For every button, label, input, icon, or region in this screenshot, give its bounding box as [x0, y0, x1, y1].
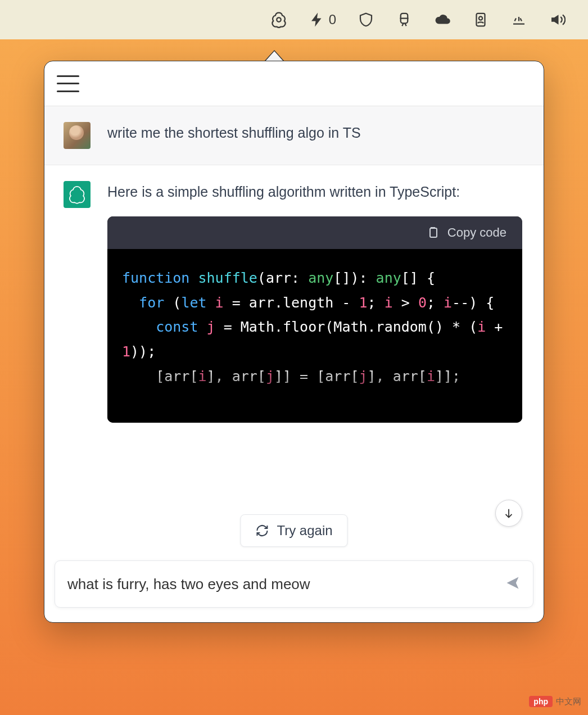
- assistant-intro-text: Here is a simple shuffling algorithm wri…: [107, 181, 522, 203]
- send-icon: [505, 575, 521, 591]
- svg-rect-4: [430, 228, 437, 237]
- rays-menubar-icon[interactable]: [510, 11, 527, 28]
- copy-code-button[interactable]: Copy code: [107, 216, 522, 249]
- id-menubar-icon[interactable]: [472, 11, 489, 28]
- openai-icon: [270, 11, 287, 28]
- cloud-icon: [434, 11, 451, 28]
- watermark-text: 中文网: [556, 696, 581, 707]
- cloud-menubar-icon[interactable]: [434, 11, 451, 28]
- chat-popover: write me the shortest shuffling algo in …: [44, 61, 544, 623]
- bolt-count: 0: [329, 12, 336, 28]
- train-menubar-icon[interactable]: [396, 11, 413, 28]
- try-again-button[interactable]: Try again: [240, 514, 347, 547]
- light-rays-icon: [510, 11, 527, 28]
- composer: [55, 560, 533, 608]
- train-icon: [396, 11, 413, 28]
- code-fade-overlay: [107, 366, 522, 423]
- watermark-badge: php: [529, 696, 553, 707]
- code-block: Copy code function shuffle(arr: any[]): …: [107, 216, 522, 423]
- assistant-message: Here is a simple shuffling algorithm wri…: [44, 165, 544, 438]
- assistant-avatar: [64, 181, 91, 208]
- shield-menubar-icon[interactable]: [358, 11, 374, 28]
- user-avatar: [64, 122, 91, 149]
- svg-point-0: [277, 17, 281, 22]
- user-message: write me the shortest shuffling algo in …: [44, 106, 544, 165]
- copy-code-label: Copy code: [447, 223, 506, 242]
- clipboard-icon: [426, 226, 440, 239]
- refresh-icon: [255, 524, 269, 537]
- svg-point-3: [479, 16, 482, 20]
- bolt-menubar-item[interactable]: 0: [309, 11, 336, 28]
- send-button[interactable]: [505, 575, 521, 593]
- openai-menubar-icon[interactable]: [270, 11, 287, 28]
- menubar: 0: [0, 0, 588, 39]
- user-message-text: write me the shortest shuffling algo in …: [107, 122, 522, 149]
- menu-button[interactable]: [57, 75, 79, 92]
- watermark: php 中文网: [529, 696, 581, 707]
- message-input[interactable]: [67, 576, 505, 593]
- arrow-down-icon: [503, 507, 515, 519]
- scroll-to-bottom-button[interactable]: [495, 500, 522, 527]
- topbar: [44, 61, 544, 106]
- shield-icon: [358, 11, 374, 28]
- volume-menubar-icon[interactable]: [549, 11, 566, 28]
- popover-caret: [264, 50, 284, 61]
- openai-icon: [67, 185, 87, 204]
- bolt-icon: [309, 11, 325, 28]
- code-content: function shuffle(arr: any[]): any[] { fo…: [107, 249, 522, 423]
- volume-icon: [549, 11, 566, 28]
- id-badge-icon: [472, 11, 489, 28]
- try-again-label: Try again: [277, 523, 332, 538]
- assistant-message-body: Here is a simple shuffling algorithm wri…: [107, 181, 522, 423]
